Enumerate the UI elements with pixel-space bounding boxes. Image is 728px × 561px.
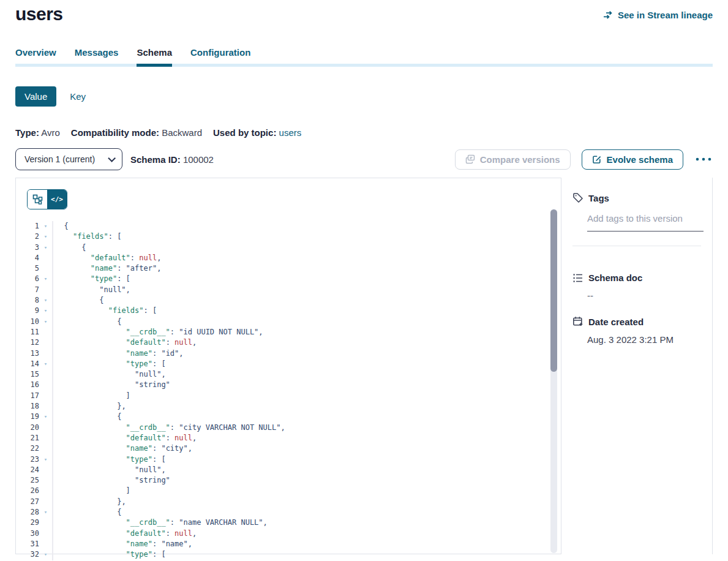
fold-arrow-icon[interactable]: ▾	[39, 549, 52, 560]
tab-configuration[interactable]: Configuration	[190, 47, 250, 64]
fold-arrow-icon[interactable]: ▾	[39, 359, 52, 369]
code-lines: 1▾ {2▾ "fields": [3▾ {4 "default": null,…	[16, 221, 561, 560]
schema-code-editor[interactable]: 1▾ {2▾ "fields": [3▾ {4 "default": null,…	[16, 221, 561, 560]
fold-spacer	[39, 401, 52, 412]
line-number: 30	[16, 529, 39, 539]
compare-versions-label: Compare versions	[480, 154, 560, 165]
date-created-heading-row: Date created	[572, 316, 701, 327]
code-line: 16 "string"	[16, 380, 561, 390]
line-number: 11	[16, 327, 39, 337]
fold-spacer	[39, 369, 52, 380]
fold-arrow-icon[interactable]: ▾	[39, 412, 52, 422]
line-number: 3	[16, 243, 39, 253]
fold-arrow-icon[interactable]: ▾	[39, 295, 52, 306]
schema-id-value: 100002	[183, 154, 214, 165]
schema-type-value: Avro	[41, 127, 60, 138]
line-number: 22	[16, 443, 39, 454]
more-actions-button[interactable]	[694, 156, 713, 162]
line-number: 10	[16, 317, 39, 327]
line-number: 2	[16, 232, 39, 242]
fold-arrow-icon[interactable]: ▾	[39, 306, 52, 316]
used-by-topic: Used by topic: users	[213, 127, 301, 138]
schema-doc-value: --	[587, 290, 701, 301]
code-line: 14▾ "type": [	[16, 359, 561, 369]
fold-arrow-icon[interactable]: ▾	[39, 221, 52, 232]
tab-schema[interactable]: Schema	[137, 47, 172, 67]
code-line: 27 },	[16, 497, 561, 507]
add-tags-input[interactable]	[587, 213, 704, 232]
code-text: "string"	[52, 380, 561, 390]
fold-arrow-icon[interactable]: ▾	[39, 507, 52, 518]
code-line: 26 ]	[16, 486, 561, 496]
sidebar-divider	[572, 246, 701, 246]
schema-editor-panel: </> 1▾ {2▾ "fields": [3▾ {4 "default": n…	[15, 178, 561, 554]
schema-doc-heading-row: Schema doc	[572, 273, 701, 283]
code-text: "name": "name",	[52, 539, 561, 549]
fold-arrow-icon[interactable]: ▾	[39, 232, 52, 242]
tree-view-button[interactable]	[28, 190, 47, 209]
code-line: 30 "default": null,	[16, 529, 561, 539]
code-text: "name": "after",	[52, 263, 561, 274]
code-text: {	[52, 221, 561, 232]
code-line: 10▾ {	[16, 317, 561, 327]
code-line: 11 "__crdb__": "id UUID NOT NULL",	[16, 327, 561, 337]
fold-arrow-icon[interactable]: ▾	[39, 243, 52, 253]
schema-doc-heading: Schema doc	[588, 273, 642, 283]
fold-spacer	[39, 539, 52, 549]
fold-spacer	[39, 443, 52, 454]
compare-versions-button[interactable]: Compare versions	[455, 149, 571, 170]
line-number: 29	[16, 518, 39, 528]
code-line: 3▾ {	[16, 243, 561, 253]
line-number: 26	[16, 486, 39, 496]
tags-heading-row: Tags	[572, 192, 701, 203]
line-number: 1	[16, 221, 39, 232]
code-text: "default": null,	[52, 433, 561, 443]
fold-spacer	[39, 337, 52, 348]
code-view-button[interactable]: </>	[47, 190, 67, 209]
key-toggle-link[interactable]: Key	[70, 91, 86, 102]
code-line: 13 "name": "id",	[16, 348, 561, 359]
evolve-schema-button[interactable]: Evolve schema	[582, 149, 683, 170]
schema-id: Schema ID: 100002	[130, 154, 214, 165]
fold-spacer	[39, 486, 52, 496]
code-line: 2▾ "fields": [	[16, 232, 561, 242]
fold-spacer	[39, 380, 52, 390]
code-text: ]	[52, 391, 561, 401]
line-number: 20	[16, 423, 39, 433]
schema-type-label: Type:	[15, 127, 39, 138]
fold-arrow-icon[interactable]: ▾	[39, 317, 52, 327]
used-by-topic-link[interactable]: users	[279, 127, 302, 138]
fold-arrow-icon[interactable]: ▾	[39, 454, 52, 465]
code-text: "fields": [	[52, 306, 561, 316]
see-in-stream-lineage-link[interactable]: See in Stream lineage	[603, 10, 713, 20]
version-dropdown[interactable]: Version 1 (current)	[15, 148, 122, 170]
code-text: {	[52, 412, 561, 422]
editor-view-toggle: </>	[27, 189, 67, 209]
tab-overview[interactable]: Overview	[15, 47, 56, 64]
date-created-heading: Date created	[588, 317, 644, 327]
editor-scrollbar-thumb[interactable]	[550, 209, 557, 372]
code-line: 4 "default": null,	[16, 253, 561, 263]
line-number: 31	[16, 539, 39, 549]
stream-lineage-icon	[603, 10, 614, 20]
schema-main: </> 1▾ {2▾ "fields": [3▾ {4 "default": n…	[15, 178, 713, 554]
fold-spacer	[39, 433, 52, 443]
line-number: 7	[16, 285, 39, 295]
fold-arrow-icon[interactable]: ▾	[39, 274, 52, 284]
code-line: 31 "name": "name",	[16, 539, 561, 549]
line-number: 4	[16, 253, 39, 263]
code-text: "__crdb__": "id UUID NOT NULL",	[52, 327, 561, 337]
code-text: "type": [	[52, 549, 561, 560]
line-number: 14	[16, 359, 39, 369]
fold-spacer	[39, 475, 52, 486]
value-toggle-button[interactable]: Value	[15, 86, 56, 107]
compatibility-mode: Compatibility mode: Backward	[71, 127, 202, 138]
fold-spacer	[39, 423, 52, 433]
code-line: 6▾ "type": [	[16, 274, 561, 284]
editor-scrollbar-track[interactable]	[550, 209, 557, 553]
evolve-schema-label: Evolve schema	[607, 154, 673, 165]
tab-messages[interactable]: Messages	[75, 47, 119, 64]
line-number: 8	[16, 295, 39, 306]
code-line: 23▾ "type": [	[16, 454, 561, 465]
line-number: 13	[16, 348, 39, 359]
